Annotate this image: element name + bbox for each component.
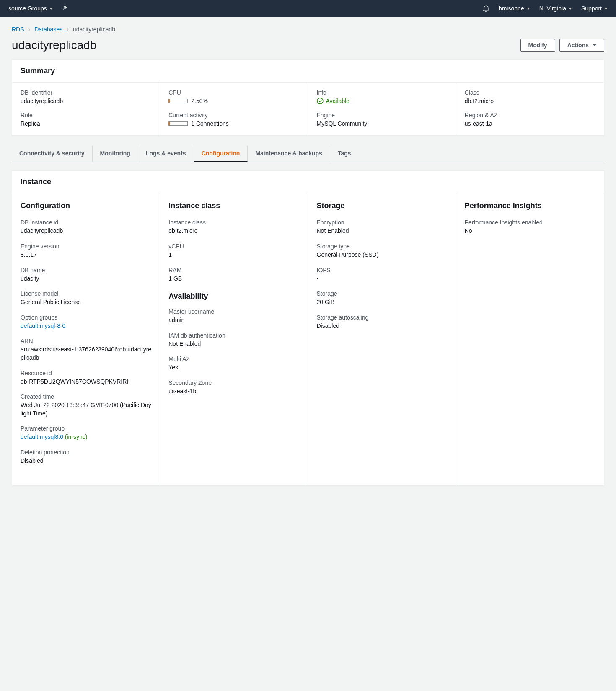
breadcrumb-current: udacityreplicadb	[73, 26, 115, 33]
support-menu[interactable]: Support	[581, 5, 608, 12]
instance-class-label: Instance class	[168, 219, 299, 226]
iam-auth-value: Not Enabled	[168, 340, 299, 348]
encryption-value: Not Enabled	[317, 227, 448, 235]
chevron-down-icon	[527, 8, 530, 10]
engine-value: MySQL Community	[317, 120, 448, 127]
notifications-icon[interactable]	[483, 5, 489, 12]
chevron-down-icon	[569, 8, 572, 10]
storage-size-label: Storage	[317, 290, 448, 297]
user-menu[interactable]: hmisonne	[499, 5, 530, 12]
class-value: db.t2.micro	[465, 98, 595, 104]
activity-value: 1 Connections	[191, 120, 229, 127]
db-instance-id-value: udacityreplicadb	[21, 227, 151, 235]
tab-tags[interactable]: Tags	[330, 146, 359, 162]
vcpu-value: 1	[168, 251, 299, 259]
engine-version-label: Engine version	[21, 243, 151, 250]
encryption-label: Encryption	[317, 219, 448, 226]
storage-autoscaling-label: Storage autoscaling	[317, 314, 448, 321]
actions-button[interactable]: Actions	[559, 39, 604, 52]
master-username-label: Master username	[168, 308, 299, 315]
created-time-value: Wed Jul 22 2020 13:38:47 GMT-0700 (Pacif…	[21, 401, 151, 418]
performance-insights-title: Performance Insights	[465, 201, 595, 211]
top-navigation-bar: source Groups hmisonne N. Virginia Suppo…	[0, 0, 616, 17]
instance-heading: Instance	[12, 171, 604, 193]
region-az-value: us-east-1a	[465, 120, 595, 127]
multi-az-value: Yes	[168, 364, 299, 372]
chevron-down-icon	[49, 8, 53, 10]
info-label: Info	[317, 89, 448, 96]
tab-logs[interactable]: Logs & events	[138, 146, 194, 162]
chevron-right-icon: ›	[67, 26, 69, 33]
resource-id-value: db-RTP5DU2QWYIN57COWSQPKVRIRI	[21, 378, 151, 386]
modify-button-label: Modify	[528, 42, 547, 49]
region-label: N. Virginia	[539, 5, 566, 12]
arn-value: arn:aws:rds:us-east-1:376262390406:db:ud…	[21, 346, 151, 362]
parameter-group-link[interactable]: default.mysql8.0	[21, 433, 63, 440]
option-groups-link[interactable]: default:mysql-8-0	[21, 322, 151, 330]
parameter-group-status: (in-sync)	[65, 433, 88, 440]
instance-class-value: db.t2.micro	[168, 227, 299, 235]
breadcrumb-databases[interactable]: Databases	[34, 26, 62, 33]
actions-button-label: Actions	[567, 42, 589, 49]
tab-configuration[interactable]: Configuration	[194, 146, 248, 162]
db-name-label: DB name	[21, 267, 151, 273]
cpu-label: CPU	[168, 89, 299, 96]
db-instance-id-label: DB instance id	[21, 219, 151, 226]
support-label: Support	[581, 5, 602, 12]
resource-groups-label: source Groups	[8, 5, 47, 12]
cpu-bar	[168, 99, 188, 103]
check-circle-icon	[317, 98, 324, 104]
storage-title: Storage	[317, 201, 448, 211]
chevron-down-icon	[604, 8, 608, 10]
arn-label: ARN	[21, 338, 151, 344]
parameter-group-label: Parameter group	[21, 425, 151, 432]
engine-label: Engine	[317, 112, 448, 119]
region-az-label: Region & AZ	[465, 112, 595, 119]
pin-icon[interactable]	[62, 5, 68, 11]
instance-panel: Instance Configuration DB instance iduda…	[12, 170, 604, 486]
tab-connectivity[interactable]: Connectivity & security	[12, 146, 93, 162]
chevron-down-icon	[593, 44, 596, 46]
engine-version-value: 8.0.17	[21, 251, 151, 259]
deletion-protection-value: Disabled	[21, 457, 151, 465]
breadcrumb-rds[interactable]: RDS	[12, 26, 24, 33]
db-identifier-label: DB identifier	[21, 89, 151, 96]
ram-label: RAM	[168, 267, 299, 273]
secondary-zone-value: us-east-1b	[168, 387, 299, 396]
license-model-label: License model	[21, 290, 151, 297]
ram-value: 1 GB	[168, 275, 299, 283]
perf-enabled-label: Performance Insights enabled	[465, 219, 595, 226]
activity-bar	[168, 121, 188, 126]
iops-label: IOPS	[317, 267, 448, 273]
info-status: Available	[326, 98, 350, 104]
option-groups-label: Option groups	[21, 314, 151, 321]
configuration-title: Configuration	[21, 201, 151, 211]
breadcrumb: RDS › Databases › udacityreplicadb	[12, 22, 604, 39]
tab-monitoring[interactable]: Monitoring	[93, 146, 138, 162]
region-menu[interactable]: N. Virginia	[539, 5, 572, 12]
tab-maintenance[interactable]: Maintenance & backups	[248, 146, 330, 162]
availability-heading: Availability	[168, 292, 299, 301]
iam-auth-label: IAM db authentication	[168, 332, 299, 339]
page-title: udacityreplicadb	[12, 39, 96, 52]
chevron-right-icon: ›	[28, 26, 31, 33]
summary-panel: Summary DB identifier udacityreplicadb R…	[12, 59, 604, 136]
storage-type-label: Storage type	[317, 243, 448, 250]
role-value: Replica	[21, 120, 151, 127]
multi-az-label: Multi AZ	[168, 356, 299, 362]
master-username-value: admin	[168, 316, 299, 325]
storage-autoscaling-value: Disabled	[317, 322, 448, 330]
resource-groups-menu[interactable]: source Groups	[8, 5, 53, 12]
tabs: Connectivity & security Monitoring Logs …	[12, 146, 604, 162]
summary-heading: Summary	[12, 60, 604, 83]
iops-value: -	[317, 275, 448, 283]
storage-size-value: 20 GiB	[317, 298, 448, 307]
class-label: Class	[465, 89, 595, 96]
modify-button[interactable]: Modify	[520, 39, 555, 52]
perf-enabled-value: No	[465, 227, 595, 235]
resource-id-label: Resource id	[21, 370, 151, 376]
activity-label: Current activity	[168, 112, 299, 119]
user-label: hmisonne	[499, 5, 524, 12]
db-name-value: udacity	[21, 275, 151, 283]
cpu-value: 2.50%	[191, 98, 208, 104]
